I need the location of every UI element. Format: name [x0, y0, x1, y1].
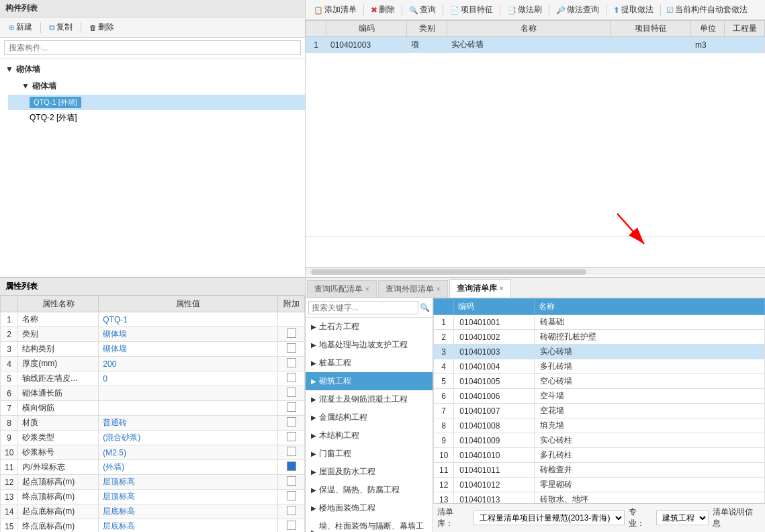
query-tree-item[interactable]: ▶土石方工程 — [306, 318, 433, 336]
query-grid-row[interactable]: 9 010401009 实心砖柱 — [434, 433, 765, 448]
left-panel-title: 构件列表 — [0, 0, 305, 17]
method-icon — [507, 5, 516, 15]
attr-table-row: 3 结构类别 砌体墙 — [1, 342, 305, 357]
query-tree-item[interactable]: ▶金属结构工程 — [306, 408, 433, 427]
delete-button[interactable]: 删除 — [85, 20, 118, 34]
query-grid-row[interactable]: 12 010401012 零星砌砖 — [434, 478, 765, 492]
row-type: 项 — [407, 37, 447, 53]
query-grid-row[interactable]: 5 010401005 空心砖墙 — [434, 374, 765, 389]
query-tree-item[interactable]: ▶木结构工程 — [306, 427, 433, 445]
attr-row-value: 层底标高 — [99, 519, 278, 533]
query-tree-item[interactable]: ▶地基处理与边坡支护工程 — [306, 336, 433, 354]
query-tree-item[interactable]: ▶保温、隔热、防腐工程 — [306, 481, 433, 499]
separator7 — [549, 5, 549, 15]
feature-button[interactable]: 项目特征 — [446, 3, 497, 17]
method-label: 做法刷 — [518, 4, 542, 15]
query-tab[interactable]: 查询清单库× — [449, 279, 511, 298]
attr-checkbox[interactable] — [287, 447, 296, 456]
query-tree-item[interactable]: ▶屋面及防水工程 — [306, 463, 433, 481]
query-tree-label: 土石方工程 — [319, 321, 359, 332]
attr-row-name: 砂浆类型 — [18, 431, 99, 445]
arrow-icon: ▼ — [21, 81, 30, 91]
qrow-name: 零星砌砖 — [535, 478, 765, 492]
query-grid-row[interactable]: 8 010401008 填充墙 — [434, 418, 765, 433]
search-input[interactable] — [4, 40, 301, 55]
attr-checkbox[interactable] — [287, 461, 296, 471]
attr-row-name: 厚度(mm) — [18, 357, 99, 371]
specialty-select[interactable]: 建筑工程 — [656, 511, 709, 525]
attr-row-name: 砂浆标号 — [18, 445, 99, 460]
attr-table-row: 14 起点底标高(m) 层底标高 — [1, 504, 305, 519]
method-table-row[interactable]: 1 010401003 项 实心砖墙 m3 — [306, 37, 765, 53]
attr-row-name: 横向钢筋 — [18, 401, 99, 416]
attr-checkbox[interactable] — [287, 417, 296, 427]
query-tree-item[interactable]: ▶楼地面装饰工程 — [306, 499, 433, 517]
attr-row-num: 9 — [1, 431, 18, 445]
query-grid-row[interactable]: 13 010401013 砖散水、地坪 — [434, 492, 765, 504]
query-grid-row[interactable]: 1 010401001 砖基础 — [434, 315, 765, 330]
attr-checkbox[interactable] — [287, 358, 296, 367]
attr-row-num: 13 — [1, 490, 18, 504]
right-delete-button[interactable]: 删除 — [367, 3, 399, 17]
query-tree-item[interactable]: ▶混凝土及钢筋混凝土工程 — [306, 390, 433, 408]
tree-group-masonry[interactable]: ▼砌体墙 — [0, 61, 305, 78]
query-tree-item[interactable]: ▶桩基工程 — [306, 354, 433, 372]
query-grid-row[interactable]: 6 010401006 空斗墙 — [434, 389, 765, 404]
attr-checkbox[interactable] — [287, 328, 296, 338]
qrow-name: 砖散水、地坪 — [535, 492, 765, 504]
query-tree-item[interactable]: ▶墙、柱面装饰与隔断、幕墙工程 — [306, 517, 433, 532]
query-grid-row[interactable]: 11 010401011 砖检查井 — [434, 463, 765, 478]
query-search-icon: 🔍 — [420, 303, 430, 312]
tab-close-icon[interactable]: × — [365, 285, 369, 293]
th-code: 编码 — [326, 21, 407, 37]
method-button[interactable]: 做法刷 — [503, 3, 546, 17]
attr-row-num: 2 — [1, 327, 18, 342]
tab-label: 查询外部清单 — [386, 283, 434, 295]
tab-close-icon[interactable]: × — [500, 285, 504, 292]
tree-item-label-qtq2: QTQ-2 [外墙] — [30, 113, 77, 122]
attr-checkbox[interactable] — [287, 388, 296, 397]
add-list-button[interactable]: 添加清单 — [310, 3, 361, 17]
query-grid-row[interactable]: 7 010401007 空花墙 — [434, 404, 765, 418]
feature-icon — [450, 5, 459, 15]
qrow-code: 010401010 — [454, 448, 535, 463]
query-tree-item[interactable]: ▶砌筑工程 — [306, 372, 433, 390]
query-grid-row[interactable]: 2 010401002 砖砌挖孔桩护壁 — [434, 330, 765, 345]
attr-checkbox[interactable] — [287, 506, 296, 515]
attr-checkbox[interactable] — [287, 491, 296, 500]
library-select[interactable]: 工程量清单项目计量规范(2013-青海) — [474, 511, 625, 525]
attr-table-row: 6 砌体通长筋 — [1, 386, 305, 401]
attr-row-num: 1 — [1, 312, 18, 327]
attr-table-row: 5 轴线距左墙皮... 0 — [1, 371, 305, 386]
query-search-input[interactable] — [308, 301, 418, 314]
tab-close-icon[interactable]: × — [437, 285, 441, 293]
tree-item-qtq1[interactable]: QTQ-1 [外墙] — [8, 95, 305, 110]
row-name: 实心砖墙 — [447, 37, 611, 53]
extract-button[interactable]: 提取做法 — [609, 3, 658, 17]
new-button[interactable]: 新建 — [4, 20, 36, 34]
qrow-num: 10 — [434, 448, 454, 463]
attr-checkbox[interactable] — [287, 402, 296, 412]
query-grid-row[interactable]: 3 010401003 实心砖墙 — [434, 345, 765, 359]
tree-sub-masonry[interactable]: ▼砌体墙 — [8, 78, 305, 95]
query-grid-row[interactable]: 10 010401010 多孔砖柱 — [434, 448, 765, 463]
query-tree-item[interactable]: ▶门窗工程 — [306, 445, 433, 463]
tab-label: 查询匹配清单 — [314, 283, 363, 295]
attr-checkbox[interactable] — [287, 373, 296, 382]
new-label: 新建 — [16, 21, 32, 33]
attr-checkbox[interactable] — [287, 476, 296, 486]
qrow-num: 13 — [434, 492, 454, 504]
query-method-button[interactable]: 做法查询 — [552, 3, 603, 17]
query-tab[interactable]: 查询匹配清单× — [307, 280, 377, 298]
auto-checkbox-btn[interactable]: 当前构件自动套做法 — [664, 3, 750, 17]
query-button[interactable]: 查询 — [405, 3, 440, 17]
attr-checkbox[interactable] — [287, 432, 296, 441]
attr-list-title: 属性列表 — [0, 278, 305, 296]
horizontal-scrollbar[interactable] — [306, 267, 765, 275]
tree-item-qtq2[interactable]: QTQ-2 [外墙] — [8, 110, 305, 126]
attr-checkbox[interactable] — [287, 521, 296, 530]
attr-checkbox[interactable] — [287, 343, 296, 353]
copy-button[interactable]: 复制 — [45, 20, 77, 34]
query-tab[interactable]: 查询外部清单× — [378, 280, 448, 298]
query-grid-row[interactable]: 4 010401004 多孔砖墙 — [434, 359, 765, 374]
